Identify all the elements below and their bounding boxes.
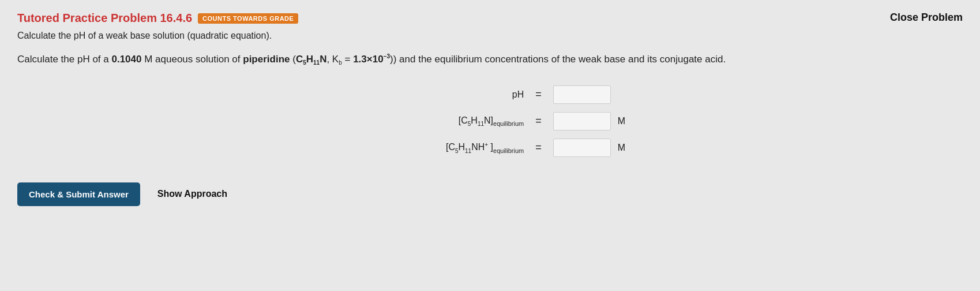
conc-base-row: [C5H11N]equilibrium = M — [351, 112, 629, 130]
description-compound-name: piperidine — [243, 54, 290, 65]
show-approach-button[interactable]: Show Approach — [157, 189, 227, 199]
description-middle: M aqueous solution of — [141, 54, 243, 65]
conc-base-input[interactable] — [553, 112, 611, 130]
actions-row: Check & Submit Answer Show Approach — [17, 182, 963, 206]
conc-base-unit: M — [618, 116, 629, 126]
problem-title: Tutored Practice Problem 16.4.6 — [17, 12, 192, 25]
ph-label: pH — [351, 89, 524, 100]
problem-subtitle: Calculate the pH of a weak base solution… — [17, 31, 963, 41]
ph-input[interactable] — [553, 85, 611, 104]
conc-acid-label: [C5H11NH+ ]equilibrium — [351, 141, 524, 154]
ph-row: pH = — [351, 85, 629, 104]
close-problem-button[interactable]: Close Problem — [890, 12, 963, 24]
conc-acid-row: [C5H11NH+ ]equilibrium = M — [351, 139, 629, 157]
header: Tutored Practice Problem 16.4.6 COUNTS T… — [17, 12, 963, 25]
problem-title-area: Tutored Practice Problem 16.4.6 COUNTS T… — [17, 12, 298, 25]
check-submit-button[interactable]: Check & Submit Answer — [17, 182, 140, 206]
conc-acid-equals: = — [535, 141, 542, 154]
ph-equals: = — [535, 88, 542, 100]
problem-description: Calculate the pH of a 0.1040 M aqueous s… — [17, 51, 825, 68]
inputs-section: pH = [C5H11N]equilibrium = M [C5H11NH+ ]… — [17, 85, 963, 165]
description-prefix: Calculate the pH of a — [17, 54, 111, 65]
conc-base-equals: = — [535, 115, 542, 127]
conc-acid-unit: M — [618, 143, 629, 153]
conc-base-label: [C5H11N]equilibrium — [351, 115, 524, 127]
conc-acid-input[interactable] — [553, 139, 611, 157]
description-concentration: 0.1040 — [111, 54, 141, 65]
counts-towards-grade-badge: COUNTS TOWARDS GRADE — [198, 13, 298, 24]
description-suffix: ) and the equilibrium concentrations of … — [393, 54, 726, 65]
